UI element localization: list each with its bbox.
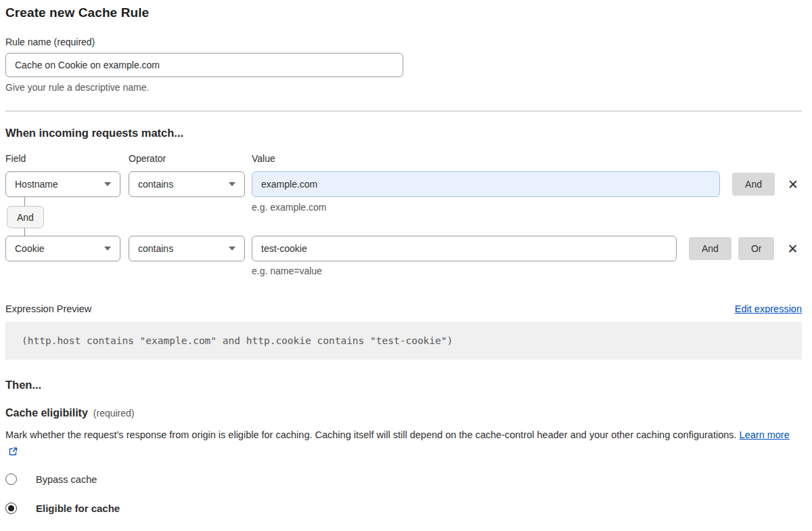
learn-more-link[interactable]: Learn more — [740, 429, 790, 440]
operator-column-label: Operator — [129, 152, 252, 165]
and-operator-button[interactable]: And — [732, 173, 775, 196]
field-select[interactable]: Cookie — [5, 236, 120, 261]
external-link-icon — [9, 444, 18, 461]
required-tag: (required) — [93, 408, 135, 419]
condition-row: Cookie contains And Or ✕ — [5, 236, 802, 261]
expression-preview-label: Expression Preview — [5, 303, 91, 314]
radio-selected-icon[interactable] — [5, 503, 17, 514]
match-section-heading: When incoming requests match... — [5, 125, 802, 140]
condition-connector-button[interactable]: And — [7, 206, 44, 228]
bypass-cache-option[interactable]: Bypass cache — [5, 473, 802, 485]
chevron-down-icon — [104, 247, 111, 251]
expression-header: Expression Preview Edit expression — [5, 303, 802, 314]
cache-eligibility-description: Mark whether the request’s response from… — [5, 427, 790, 461]
and-operator-button[interactable]: And — [689, 237, 731, 260]
cache-eligibility-heading-row: Cache eligibility (required) — [5, 407, 802, 419]
then-heading: Then... — [5, 377, 802, 392]
or-operator-button[interactable]: Or — [738, 237, 775, 260]
page-title: Create new Cache Rule — [5, 5, 802, 20]
condition-hint-zone: e.g. name=value — [5, 261, 802, 277]
chevron-down-icon — [229, 247, 235, 251]
cache-eligibility-heading: Cache eligibility — [5, 407, 88, 419]
remove-condition-button[interactable]: ✕ — [784, 240, 801, 257]
eligible-for-cache-label: Eligible for cache — [36, 503, 120, 514]
field-select-value: Cookie — [15, 243, 45, 254]
connector-line — [24, 228, 25, 236]
section-divider — [5, 110, 802, 112]
value-hint: e.g. example.com — [252, 201, 327, 213]
close-icon: ✕ — [788, 241, 798, 256]
value-hint: e.g. name=value — [252, 265, 322, 277]
condition-row: Hostname contains And ✕ — [5, 171, 802, 197]
expression-preview-code: (http.host contains "example.com" and ht… — [5, 322, 802, 360]
rule-name-helper: Give your rule a descriptive name. — [5, 81, 802, 93]
operator-select[interactable]: contains — [129, 171, 245, 197]
close-icon: ✕ — [788, 177, 798, 192]
create-cache-rule-page: Create new Cache Rule Rule name (require… — [0, 0, 812, 514]
edit-expression-link[interactable]: Edit expression — [735, 303, 802, 314]
chevron-down-icon — [229, 182, 235, 186]
condition-value-input[interactable] — [252, 171, 720, 197]
chevron-down-icon — [104, 182, 111, 186]
field-select-value: Hostname — [15, 179, 58, 190]
radio-unselected-icon[interactable] — [5, 473, 17, 485]
condition-connector-zone: And e.g. example.com — [5, 197, 802, 236]
condition-value-input[interactable] — [252, 236, 677, 261]
description-text: Mark whether the request’s response from… — [5, 429, 737, 440]
rule-name-input[interactable] — [5, 53, 403, 77]
rule-name-label: Rule name (required) — [5, 36, 802, 48]
remove-condition-button[interactable]: ✕ — [784, 175, 802, 193]
cache-eligibility-options: Bypass cache Eligible for cache — [5, 473, 802, 514]
field-column-label: Field — [5, 152, 129, 165]
connector-line — [24, 197, 25, 206]
operator-select-value: contains — [138, 179, 173, 190]
operator-select[interactable]: contains — [129, 236, 245, 261]
bypass-cache-label: Bypass cache — [36, 474, 97, 485]
condition-column-labels: Field Operator Value — [5, 152, 802, 165]
value-column-label: Value — [252, 152, 275, 165]
eligible-for-cache-option[interactable]: Eligible for cache — [5, 503, 802, 514]
field-select[interactable]: Hostname — [5, 171, 120, 197]
operator-select-value: contains — [138, 243, 173, 254]
